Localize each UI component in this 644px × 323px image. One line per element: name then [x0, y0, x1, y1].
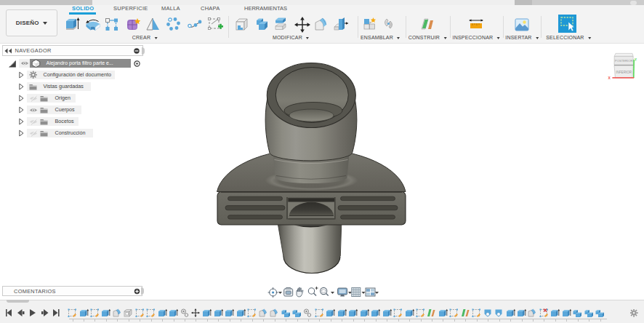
svg-text:Y: Y [635, 58, 637, 62]
svg-text:POSTERIOR: POSTERIOR [615, 59, 633, 63]
svg-text:INFERIOR: INFERIOR [616, 71, 632, 74]
svg-text:X: X [608, 76, 611, 80]
